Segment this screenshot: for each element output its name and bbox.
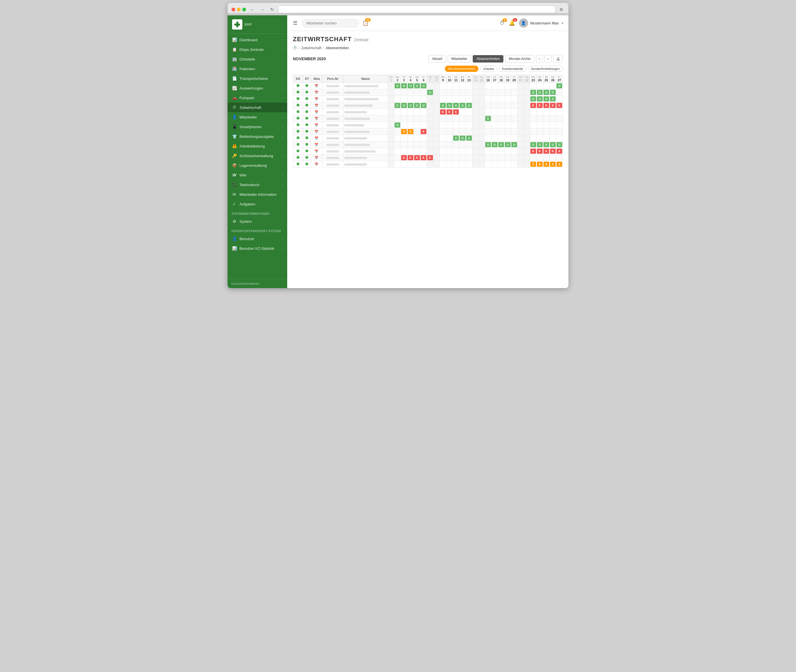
sidebar-item-ortsstelle[interactable]: 🏢 Ortsstelle › — [227, 54, 287, 64]
chevron-right-icon: › — [282, 58, 283, 61]
day-cell — [511, 109, 518, 115]
st-col — [303, 102, 311, 109]
sidebar-item-mitarbeiter-info[interactable]: ✉ Mitarbeiter-Information › — [227, 190, 287, 199]
sidebar-item-telefonbuch[interactable]: 📞 Telefonbuch › — [227, 180, 287, 190]
sidebar-item-arbeitskleidung[interactable]: 🦺 Arbeitskleidung › — [227, 141, 287, 151]
sidebar-item-system[interactable]: ⚙ System › — [227, 216, 287, 226]
close-traffic-light[interactable] — [232, 8, 235, 11]
day-cell — [505, 155, 511, 161]
day-cell — [518, 115, 524, 122]
day-cell — [440, 128, 446, 135]
day-cell — [414, 161, 420, 168]
forward-button[interactable]: → — [259, 6, 266, 13]
prev-month-button[interactable]: ‹ — [536, 55, 543, 62]
transportscheine-icon: 📄 — [232, 76, 237, 81]
minimize-traffic-light[interactable] — [237, 8, 241, 11]
sidebar-footer[interactable]: Lizenzinformationen — [227, 279, 287, 288]
day-cell — [394, 109, 401, 115]
address-bar[interactable] — [278, 6, 555, 13]
next-month-button[interactable]: › — [545, 55, 551, 62]
day-cell — [491, 148, 498, 155]
sidebar-item-dispo[interactable]: 📋 Dispo-Zentrale › — [227, 45, 287, 54]
day-cell: K — [420, 128, 427, 135]
day-cell — [440, 115, 446, 122]
filter-alle-button[interactable]: Alle Abwesenheiten — [445, 66, 478, 72]
day-cell — [433, 96, 440, 102]
sidebar-item-transportscheine[interactable]: 📄 Transportscheine › — [227, 74, 287, 83]
day-cell — [459, 148, 466, 155]
sidebar-item-aufgaben[interactable]: ✓ Aufgaben › — [227, 199, 287, 209]
day-cell — [472, 83, 479, 89]
window-button[interactable]: ⧉ — [558, 6, 564, 13]
maximize-traffic-light[interactable] — [242, 8, 246, 11]
filter-krankenstande-button[interactable]: Krankenstände — [499, 66, 526, 72]
abwesenheiten-button[interactable]: Abwesenheiten — [473, 55, 503, 62]
day-cell — [388, 128, 394, 135]
day-cell — [556, 96, 563, 102]
day-cell — [414, 141, 420, 148]
ze-badge-button[interactable]: 📋 ZE — [362, 20, 368, 26]
day-cell — [485, 155, 491, 161]
breadcrumb-link-zeitwirtschaft[interactable]: Zeitwirtschaft — [301, 46, 321, 50]
monats-archiv-button[interactable]: Monats-Archiv — [505, 55, 534, 62]
search-input[interactable] — [302, 19, 359, 27]
filter-sonderfreistellungen-button[interactable]: Sonderfreistellungen — [528, 66, 563, 72]
day-cell: U — [394, 122, 401, 128]
day-cell — [414, 148, 420, 155]
pers-nr-col — [322, 102, 343, 109]
sidebar-item-label: Telefonbuch — [240, 183, 282, 187]
chevron-right-icon: › — [282, 193, 283, 196]
patienten-icon: 🏥 — [232, 67, 237, 71]
day-cell — [459, 115, 466, 122]
sidebar-item-benutzer[interactable]: 👤 Benutzer › — [227, 234, 287, 243]
day-cell — [498, 102, 505, 109]
user-menu[interactable]: 👤 Mustermann Max ▼ — [519, 18, 564, 27]
day-cell — [446, 83, 453, 89]
notification-button[interactable]: 🔔 2 — [509, 20, 515, 26]
abw-col: 📅 — [311, 135, 323, 141]
sidebar-item-patienten[interactable]: 🏥 Patienten › — [227, 64, 287, 74]
sidebar-item-label: Benutzer — [240, 237, 282, 241]
name-col — [344, 135, 388, 141]
sidebar-item-smartphones[interactable]: 📱 Smartphones › — [227, 122, 287, 131]
day-cell: K — [408, 155, 414, 161]
day-cell — [524, 141, 530, 148]
day-cell — [479, 96, 485, 102]
mitarbeiter-button[interactable]: Mitarbeiter — [448, 55, 471, 62]
sidebar-item-label: Bekleidungsausgabe — [240, 134, 282, 139]
day-cell — [427, 135, 433, 141]
day-cell: K — [440, 109, 446, 115]
sidebar-item-auswertungen[interactable]: 📈 Auswertungen › — [227, 83, 287, 93]
col-header-day: So8 — [433, 75, 440, 83]
day-cell — [498, 155, 505, 161]
sidebar-item-wiki[interactable]: W Wiki › — [227, 170, 287, 180]
print-button[interactable]: 🖨 — [553, 55, 563, 63]
refresh-button[interactable]: ↻ — [269, 6, 276, 12]
abw-col: 📅 — [311, 89, 323, 96]
day-cell — [408, 96, 414, 102]
sidebar-item-schlussel[interactable]: 🔑 Schlüsselverwaltung › — [227, 151, 287, 160]
clock-button[interactable]: ⏱ 6 — [500, 20, 505, 26]
sidebar-item-fuhrpark[interactable]: 🚗 Fuhrpark › — [227, 93, 287, 102]
filter-urlaube-button[interactable]: Urlaube — [480, 66, 497, 72]
day-cell — [453, 155, 459, 161]
sidebar-item-mitarbeiter[interactable]: 👤 Mitarbeiter › — [227, 112, 287, 122]
day-cell: S — [530, 161, 537, 168]
col-header-day: Mo16 — [485, 75, 491, 83]
hamburger-button[interactable]: ☰ — [292, 19, 299, 27]
day-cell — [491, 89, 498, 96]
day-cell — [479, 109, 485, 115]
day-cell — [518, 109, 524, 115]
col-header-fixed: SO — [293, 75, 303, 83]
day-cell — [524, 148, 530, 155]
sidebar-item-zeitwirtschaft[interactable]: ⏱ Zeitwirtschaft › — [227, 102, 287, 112]
sidebar-item-dashboard[interactable]: 📊 Dashboard › — [227, 35, 287, 45]
sidebar-item-benutzer-kz[interactable]: 📊 Benutzer KZ-Statistik › — [227, 243, 287, 253]
sidebar-item-bekleidung[interactable]: 👕 Bekleidungsausgabe › — [227, 131, 287, 141]
sidebar-item-lagerverwaltung[interactable]: 📦 Lagerverwaltung › — [227, 160, 287, 170]
back-button[interactable]: ← — [249, 6, 256, 13]
day-cell: U — [511, 141, 518, 148]
day-cell: S — [543, 161, 550, 168]
day-cell: U — [550, 89, 556, 96]
aktuell-button[interactable]: Aktuell — [428, 55, 446, 62]
